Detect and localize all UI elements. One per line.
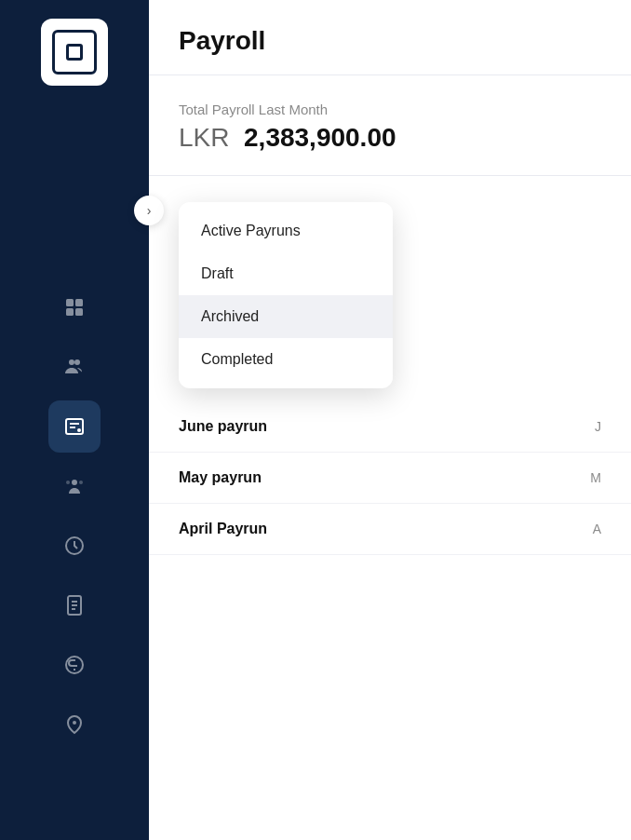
svg-rect-0 bbox=[66, 299, 74, 306]
sidebar-toggle[interactable]: › bbox=[134, 196, 164, 225]
sidebar: › bbox=[0, 0, 149, 840]
logo-box bbox=[41, 19, 108, 86]
dashboard-icon bbox=[63, 296, 86, 318]
dropdown-option-completed[interactable]: Completed bbox=[179, 338, 393, 381]
payrun-list: June payrun J May payrun M April Payrun … bbox=[149, 401, 631, 555]
payruns-dropdown: Active Payruns Draft Archived Completed bbox=[179, 202, 393, 388]
stats-label: Total Payroll Last Month bbox=[179, 102, 601, 117]
logo-inner bbox=[52, 30, 97, 75]
chevron-right-icon: › bbox=[147, 203, 152, 218]
svg-point-5 bbox=[74, 359, 80, 365]
sidebar-item-team[interactable] bbox=[48, 341, 101, 393]
sidebar-item-payroll[interactable] bbox=[48, 400, 101, 453]
svg-rect-3 bbox=[75, 308, 83, 316]
sidebar-item-people[interactable] bbox=[48, 460, 101, 512]
sidebar-item-time[interactable] bbox=[48, 520, 101, 572]
table-row[interactable]: April Payrun A bbox=[149, 504, 631, 555]
payrun-status: J bbox=[595, 419, 601, 434]
page-title: Payroll bbox=[179, 26, 601, 56]
svg-rect-2 bbox=[66, 308, 74, 316]
svg-point-10 bbox=[72, 480, 77, 485]
stats-section: Total Payroll Last Month LKR 2,383,900.0… bbox=[149, 75, 631, 176]
stats-amount: 2,383,900.00 bbox=[244, 123, 396, 152]
page-header: Payroll bbox=[149, 0, 631, 75]
svg-point-12 bbox=[79, 481, 83, 484]
table-row[interactable]: June payrun J bbox=[149, 401, 631, 453]
svg-point-4 bbox=[69, 359, 74, 365]
svg-point-19 bbox=[73, 721, 76, 725]
team-icon bbox=[63, 356, 86, 378]
payrun-name: April Payrun bbox=[179, 521, 267, 537]
logo-area bbox=[0, 0, 149, 114]
payrun-status: A bbox=[593, 522, 601, 536]
payruns-section: Active Payruns ⌄ edit before finalizing,… bbox=[149, 176, 631, 252]
payrun-name: June payrun bbox=[179, 418, 267, 435]
payroll-icon bbox=[63, 415, 86, 438]
svg-rect-1 bbox=[75, 299, 83, 306]
sidebar-item-documents[interactable] bbox=[48, 579, 101, 631]
benefits-icon bbox=[63, 713, 86, 736]
logo-center bbox=[66, 44, 83, 61]
payrun-name: May payrun bbox=[179, 469, 262, 486]
stats-value: LKR 2,383,900.00 bbox=[179, 123, 601, 153]
sidebar-item-benefits[interactable] bbox=[48, 698, 101, 751]
documents-icon bbox=[63, 594, 86, 616]
people-icon bbox=[63, 475, 86, 497]
svg-point-9 bbox=[77, 428, 81, 432]
main-content: Payroll Total Payroll Last Month LKR 2,3… bbox=[149, 0, 631, 840]
dropdown-option-archived[interactable]: Archived bbox=[179, 295, 393, 338]
svg-point-11 bbox=[66, 481, 70, 484]
expenses-icon bbox=[63, 654, 86, 676]
dropdown-option-draft[interactable]: Draft bbox=[179, 252, 393, 295]
sidebar-item-dashboard[interactable] bbox=[48, 281, 101, 333]
sidebar-navigation bbox=[0, 281, 149, 751]
dropdown-option-active[interactable]: Active Payruns bbox=[179, 210, 393, 252]
table-row[interactable]: May payrun M bbox=[149, 453, 631, 504]
payrun-status: M bbox=[590, 470, 601, 485]
sidebar-item-expenses[interactable] bbox=[48, 639, 101, 691]
stats-currency: LKR bbox=[179, 123, 229, 152]
time-icon bbox=[63, 535, 86, 557]
